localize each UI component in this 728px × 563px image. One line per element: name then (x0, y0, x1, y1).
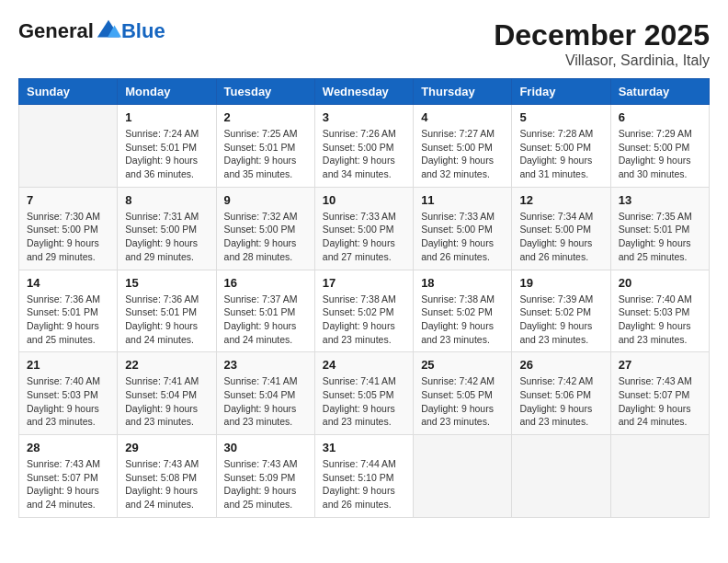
day-number: 16 (224, 276, 307, 290)
day-number: 1 (125, 110, 208, 124)
calendar-cell: 19Sunrise: 7:39 AMSunset: 5:02 PMDayligh… (512, 270, 610, 352)
day-number: 22 (125, 358, 208, 372)
calendar-cell: 17Sunrise: 7:38 AMSunset: 5:02 PMDayligh… (314, 270, 413, 352)
calendar-cell: 11Sunrise: 7:33 AMSunset: 5:00 PMDayligh… (414, 187, 512, 270)
calendar-cell: 8Sunrise: 7:31 AMSunset: 5:00 PMDaylight… (118, 187, 216, 270)
calendar-cell: 14Sunrise: 7:36 AMSunset: 5:01 PMDayligh… (19, 270, 118, 352)
day-number: 9 (224, 193, 307, 207)
day-info: Sunrise: 7:34 AMSunset: 5:00 PMDaylight:… (519, 210, 602, 264)
day-number: 7 (27, 193, 109, 207)
day-number: 26 (519, 358, 602, 372)
day-number: 21 (27, 358, 109, 372)
day-info: Sunrise: 7:41 AMSunset: 5:04 PMDaylight:… (125, 374, 208, 429)
day-number: 14 (27, 276, 109, 290)
day-info: Sunrise: 7:38 AMSunset: 5:02 PMDaylight:… (323, 293, 405, 347)
calendar-cell: 22Sunrise: 7:41 AMSunset: 5:04 PMDayligh… (118, 352, 216, 435)
calendar-cell: 18Sunrise: 7:38 AMSunset: 5:02 PMDayligh… (414, 270, 512, 352)
day-info: Sunrise: 7:35 AMSunset: 5:01 PMDaylight:… (619, 210, 701, 264)
day-number: 20 (619, 276, 701, 290)
calendar-week-row: 1Sunrise: 7:24 AMSunset: 5:01 PMDaylight… (19, 105, 710, 188)
calendar-week-row: 21Sunrise: 7:40 AMSunset: 5:03 PMDayligh… (19, 352, 710, 435)
calendar-header-saturday: Saturday (610, 79, 709, 105)
day-info: Sunrise: 7:25 AMSunset: 5:01 PMDaylight:… (224, 127, 307, 181)
day-info: Sunrise: 7:29 AMSunset: 5:00 PMDaylight:… (619, 127, 701, 181)
logo-general-text: General (18, 19, 94, 43)
day-info: Sunrise: 7:27 AMSunset: 5:00 PMDaylight:… (421, 127, 504, 181)
calendar-table: SundayMondayTuesdayWednesdayThursdayFrid… (18, 78, 710, 518)
logo-blue-text: Blue (121, 19, 165, 43)
calendar-header-monday: Monday (118, 79, 216, 105)
calendar-week-row: 14Sunrise: 7:36 AMSunset: 5:01 PMDayligh… (19, 270, 710, 352)
day-number: 18 (421, 276, 504, 290)
calendar-cell: 24Sunrise: 7:41 AMSunset: 5:05 PMDayligh… (314, 352, 413, 435)
day-info: Sunrise: 7:30 AMSunset: 5:00 PMDaylight:… (27, 210, 109, 264)
day-info: Sunrise: 7:41 AMSunset: 5:05 PMDaylight:… (323, 374, 405, 429)
day-info: Sunrise: 7:33 AMSunset: 5:00 PMDaylight:… (421, 210, 504, 264)
calendar-cell: 25Sunrise: 7:42 AMSunset: 5:05 PMDayligh… (414, 352, 512, 435)
day-number: 23 (224, 358, 307, 372)
logo-icon (96, 18, 121, 44)
calendar-cell (610, 435, 709, 518)
calendar-cell: 26Sunrise: 7:42 AMSunset: 5:06 PMDayligh… (512, 352, 610, 435)
calendar-cell (512, 435, 610, 518)
day-number: 13 (619, 193, 701, 207)
day-number: 2 (224, 110, 307, 124)
page-header: General Blue December 2025 Villasor, Sar… (18, 18, 710, 69)
calendar-cell: 31Sunrise: 7:44 AMSunset: 5:10 PMDayligh… (314, 435, 413, 518)
calendar-header-tuesday: Tuesday (216, 79, 314, 105)
day-number: 25 (421, 358, 504, 372)
calendar-cell: 10Sunrise: 7:33 AMSunset: 5:00 PMDayligh… (314, 187, 413, 270)
calendar-cell: 5Sunrise: 7:28 AMSunset: 5:00 PMDaylight… (512, 105, 610, 188)
day-number: 19 (519, 276, 602, 290)
day-number: 11 (421, 193, 504, 207)
calendar-cell: 29Sunrise: 7:43 AMSunset: 5:08 PMDayligh… (118, 435, 216, 518)
calendar-cell: 16Sunrise: 7:37 AMSunset: 5:01 PMDayligh… (216, 270, 314, 352)
calendar-cell: 1Sunrise: 7:24 AMSunset: 5:01 PMDaylight… (118, 105, 216, 188)
day-number: 30 (224, 441, 307, 454)
calendar-header-wednesday: Wednesday (314, 79, 413, 105)
calendar-week-row: 7Sunrise: 7:30 AMSunset: 5:00 PMDaylight… (19, 187, 710, 270)
calendar-cell: 6Sunrise: 7:29 AMSunset: 5:00 PMDaylight… (610, 105, 709, 188)
day-info: Sunrise: 7:42 AMSunset: 5:06 PMDaylight:… (519, 374, 602, 429)
day-info: Sunrise: 7:44 AMSunset: 5:10 PMDaylight:… (323, 457, 405, 511)
day-number: 24 (323, 358, 405, 372)
calendar-header-friday: Friday (512, 79, 610, 105)
day-info: Sunrise: 7:41 AMSunset: 5:04 PMDaylight:… (224, 374, 307, 429)
calendar-cell (19, 105, 118, 188)
day-info: Sunrise: 7:24 AMSunset: 5:01 PMDaylight:… (125, 127, 208, 181)
calendar-cell: 21Sunrise: 7:40 AMSunset: 5:03 PMDayligh… (19, 352, 118, 435)
calendar-cell: 27Sunrise: 7:43 AMSunset: 5:07 PMDayligh… (610, 352, 709, 435)
day-number: 15 (125, 276, 208, 290)
day-info: Sunrise: 7:26 AMSunset: 5:00 PMDaylight:… (323, 127, 405, 181)
calendar-week-row: 28Sunrise: 7:43 AMSunset: 5:07 PMDayligh… (19, 435, 710, 518)
day-info: Sunrise: 7:40 AMSunset: 5:03 PMDaylight:… (619, 293, 701, 347)
calendar-cell: 15Sunrise: 7:36 AMSunset: 5:01 PMDayligh… (118, 270, 216, 352)
day-number: 10 (323, 193, 405, 207)
day-number: 6 (619, 110, 701, 124)
day-info: Sunrise: 7:28 AMSunset: 5:00 PMDaylight:… (519, 127, 602, 181)
day-number: 17 (323, 276, 405, 290)
calendar-cell: 13Sunrise: 7:35 AMSunset: 5:01 PMDayligh… (610, 187, 709, 270)
day-info: Sunrise: 7:43 AMSunset: 5:08 PMDaylight:… (125, 457, 208, 511)
calendar-cell: 12Sunrise: 7:34 AMSunset: 5:00 PMDayligh… (512, 187, 610, 270)
calendar-cell: 7Sunrise: 7:30 AMSunset: 5:00 PMDaylight… (19, 187, 118, 270)
day-number: 27 (619, 358, 701, 372)
day-info: Sunrise: 7:40 AMSunset: 5:03 PMDaylight:… (27, 374, 109, 429)
day-info: Sunrise: 7:39 AMSunset: 5:02 PMDaylight:… (519, 293, 602, 347)
calendar-cell (414, 435, 512, 518)
calendar-cell: 30Sunrise: 7:43 AMSunset: 5:09 PMDayligh… (216, 435, 314, 518)
calendar-header-row: SundayMondayTuesdayWednesdayThursdayFrid… (19, 79, 710, 105)
calendar-cell: 23Sunrise: 7:41 AMSunset: 5:04 PMDayligh… (216, 352, 314, 435)
day-number: 8 (125, 193, 208, 207)
day-number: 28 (27, 441, 109, 454)
day-info: Sunrise: 7:36 AMSunset: 5:01 PMDaylight:… (125, 293, 208, 347)
calendar-cell: 28Sunrise: 7:43 AMSunset: 5:07 PMDayligh… (19, 435, 118, 518)
day-info: Sunrise: 7:42 AMSunset: 5:05 PMDaylight:… (421, 374, 504, 429)
calendar-cell: 4Sunrise: 7:27 AMSunset: 5:00 PMDaylight… (414, 105, 512, 188)
calendar-cell: 20Sunrise: 7:40 AMSunset: 5:03 PMDayligh… (610, 270, 709, 352)
day-info: Sunrise: 7:43 AMSunset: 5:09 PMDaylight:… (224, 457, 307, 511)
calendar-header-sunday: Sunday (19, 79, 118, 105)
day-number: 29 (125, 441, 208, 454)
day-number: 5 (519, 110, 602, 124)
day-number: 31 (323, 441, 405, 454)
